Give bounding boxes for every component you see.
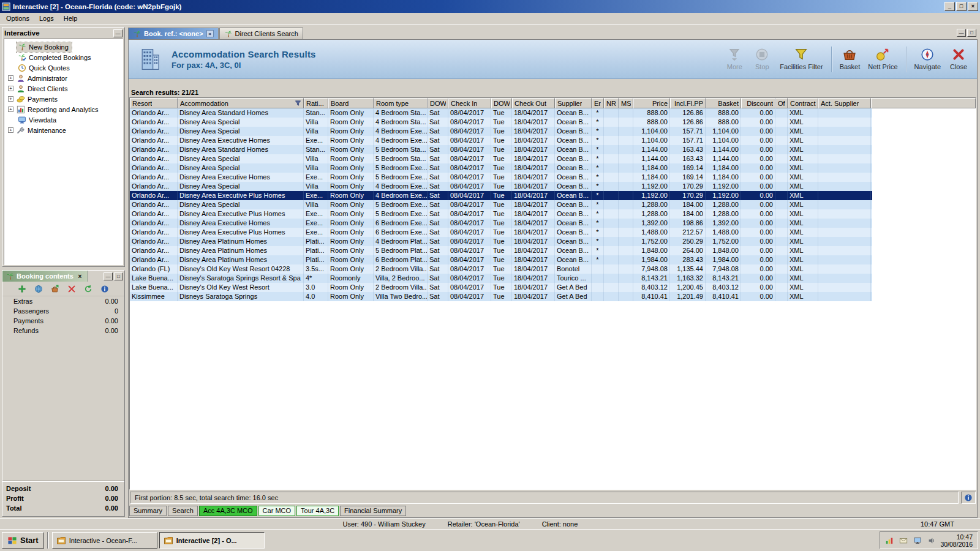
tray-chart-icon[interactable]	[884, 535, 895, 546]
taskbar-window-interactive-ocean-f[interactable]: Interactive - Ocean-F...	[52, 532, 157, 549]
bottom-tab-acc-4a-3c-mco[interactable]: Acc 4A,3C MCO	[199, 506, 257, 516]
table-row[interactable]: Orlando Ar...Disney Area Executive Homes…	[130, 219, 872, 228]
tray-display-icon[interactable]	[912, 535, 923, 546]
table-row[interactable]: Orlando Ar...Disney Area SpecialVillaRoo…	[130, 118, 872, 127]
column-header-basket[interactable]: Basket	[706, 98, 741, 108]
taskbar-clock[interactable]: 10:47 30/08/2016	[940, 533, 973, 548]
expand-toggle[interactable]: +	[8, 127, 13, 133]
sidebar-item-administrator[interactable]: +Administrator	[4, 73, 123, 83]
column-header-board[interactable]: Board	[328, 98, 374, 108]
table-row[interactable]: Orlando Ar...Disney Area SpecialVillaRoo…	[130, 182, 872, 191]
sidebar-item-reporting-and-analytics[interactable]: +Reporting and Analytics	[4, 104, 123, 114]
expand-toggle[interactable]: +	[8, 75, 13, 81]
table-row[interactable]: Orlando Ar...Disney Area Executive Plus …	[130, 191, 872, 200]
menu-item-logs[interactable]: Logs	[34, 13, 59, 23]
table-row[interactable]: Orlando Ar...Disney Area Platinum HomesP…	[130, 255, 872, 264]
sidebar-item-new-booking[interactable]: New Booking	[4, 42, 123, 52]
column-header-rati[interactable]: Rati...	[304, 98, 328, 108]
column-header-resort[interactable]: Resort	[130, 98, 178, 108]
titlebar[interactable]: Interactive [2] - Ocean-Florida (code: w…	[0, 0, 980, 13]
close-button[interactable]: Close	[949, 48, 968, 70]
column-header-check-in[interactable]: Check In	[448, 98, 491, 108]
table-row[interactable]: Orlando Ar...Disney Area SpecialVillaRoo…	[130, 163, 872, 173]
table-row[interactable]: Orlando Ar...Disney Area Executive Plus …	[130, 228, 872, 237]
table-row[interactable]: Orlando Ar...Disney Area SpecialVillaRoo…	[130, 127, 872, 136]
table-row[interactable]: Orlando Ar...Disney Area Executive Homes…	[130, 136, 872, 145]
column-header-check-out[interactable]: Check Out	[512, 98, 555, 108]
expand-toggle[interactable]: +	[8, 96, 13, 102]
menu-item-help[interactable]: Help	[59, 13, 83, 23]
table-row[interactable]: Orlando Ar...Disney Area Platinum HomesP…	[130, 246, 872, 255]
column-header-contract[interactable]: Contract	[788, 98, 818, 108]
bottom-tab-car-mco[interactable]: Car MCO	[258, 506, 295, 516]
sidebar-item-direct-clients[interactable]: +Direct Clients	[4, 83, 123, 94]
basket-add-button[interactable]	[50, 283, 61, 294]
cell-room-type: 4 Bedroom Exe...	[374, 182, 428, 191]
maximize-button[interactable]: □	[956, 2, 967, 11]
column-header-act-supplier[interactable]: Act. Supplier	[818, 98, 871, 108]
tab-book-ref-none[interactable]: Book. ref.: <none>×	[128, 28, 219, 39]
column-header-nr[interactable]: NR	[604, 98, 619, 108]
globe-button[interactable]	[33, 283, 44, 294]
taskbar-window-interactive-2-o[interactable]: Interactive [2] - O...	[159, 532, 265, 549]
collapse-panel-button[interactable]: —	[113, 29, 123, 37]
cell-board: Room Only	[328, 182, 374, 191]
bottom-tab-tour-4a-3c[interactable]: Tour 4A,3C	[296, 506, 339, 516]
expand-toggle[interactable]: +	[8, 107, 13, 112]
table-row[interactable]: Orlando (FL)Disney's Old Key West Resort…	[130, 264, 872, 274]
close-tab-icon[interactable]: ×	[206, 30, 214, 37]
table-row[interactable]: Orlando Ar...Disney Area SpecialVillaRoo…	[130, 200, 872, 209]
sidebar-item-payments[interactable]: +Payments	[4, 94, 123, 104]
table-row[interactable]: Orlando Ar...Disney Area Standard HomesS…	[130, 108, 872, 118]
table-row[interactable]: Orlando Ar...Disney Area Executive Homes…	[130, 173, 872, 182]
column-header-incl-fl-pp[interactable]: Incl.Fl.PP	[670, 98, 706, 108]
close-booking-panel-icon[interactable]: ×	[76, 273, 84, 280]
column-header-discount[interactable]: Discount	[741, 98, 775, 108]
table-row[interactable]: Orlando Ar...Disney Area SpecialVillaRoo…	[130, 154, 872, 163]
sidebar-item-viewdata[interactable]: Viewdata	[4, 114, 123, 125]
start-button[interactable]: Start	[2, 532, 44, 549]
table-row[interactable]: KissimmeeDisneys Saratoga Springs4.0Room…	[130, 292, 872, 301]
mdi-restore-button[interactable]: □	[967, 29, 976, 37]
menu-item-options[interactable]: Options	[1, 13, 34, 23]
add-button[interactable]	[17, 283, 28, 294]
column-header-dow[interactable]: DOW	[428, 98, 448, 108]
info-button[interactable]	[961, 492, 976, 504]
info-button[interactable]	[99, 283, 110, 294]
column-header-price[interactable]: Price	[633, 98, 670, 108]
column-header-dow[interactable]: DOW	[491, 98, 512, 108]
bottom-tab-search[interactable]: Search	[168, 506, 198, 516]
column-header-of[interactable]: Of	[775, 98, 788, 108]
close-button[interactable]: ×	[968, 2, 978, 11]
bottom-tab-financial-summary[interactable]: Financial Summary	[340, 506, 406, 516]
column-header-ms[interactable]: MS	[619, 98, 633, 108]
facilities-filter-button[interactable]: Facilities Filter	[780, 48, 823, 70]
booking-contents-tab[interactable]: Booking contents ×	[2, 271, 88, 282]
booking-restore-button[interactable]: □	[114, 272, 123, 280]
tray-mail-icon[interactable]	[898, 535, 909, 546]
tray-audio-icon[interactable]	[926, 535, 937, 546]
table-row[interactable]: Lake Buena...Disney's Old Key West Resor…	[130, 283, 872, 292]
booking-minimize-button[interactable]: —	[104, 272, 113, 280]
sidebar-item-maintenance[interactable]: +Maintenance	[4, 125, 123, 135]
column-header-supplier[interactable]: Supplier	[555, 98, 592, 108]
column-header-room-type[interactable]: Room type	[374, 98, 428, 108]
navigate-button[interactable]: Navigate	[914, 48, 941, 70]
basket-button[interactable]: Basket	[840, 48, 861, 70]
mdi-minimize-button[interactable]: —	[957, 29, 966, 37]
refresh-button[interactable]	[83, 283, 94, 294]
column-header-er[interactable]: Er	[592, 98, 604, 108]
table-row[interactable]: Orlando Ar...Disney Area Executive Plus …	[130, 209, 872, 219]
table-row[interactable]: Orlando Ar...Disney Area Platinum HomesP…	[130, 237, 872, 246]
sidebar-item-quick-quotes[interactable]: Quick Quotes	[4, 62, 123, 73]
delete-button[interactable]	[66, 283, 77, 294]
nett-price-button[interactable]: Nett Price	[868, 48, 897, 70]
tab-direct-clients-search[interactable]: Direct Clients Search	[219, 28, 303, 39]
sidebar-item-completed-bookings[interactable]: Completed Bookings	[4, 52, 123, 62]
bottom-tab-summary[interactable]: Summary	[129, 506, 167, 516]
expand-toggle[interactable]: +	[8, 86, 13, 91]
table-row[interactable]: Orlando Ar...Disney Area Standard HomesS…	[130, 145, 872, 154]
column-header-accommodation[interactable]: Accommodation	[178, 98, 304, 108]
table-row[interactable]: Lake Buena...Disney's Saratoga Springs R…	[130, 274, 872, 283]
minimize-button[interactable]: _	[944, 2, 955, 11]
